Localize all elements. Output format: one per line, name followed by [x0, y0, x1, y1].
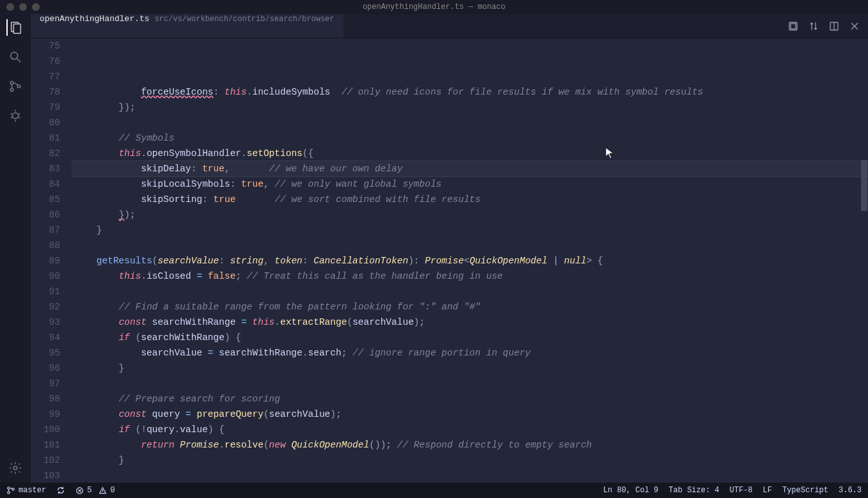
code-line[interactable]: this.openSymbolHandler.setOptions({: [72, 146, 868, 161]
line-number: 85: [31, 192, 60, 207]
encoding[interactable]: UTF-8: [730, 486, 753, 495]
code-line[interactable]: skipLocalSymbols: true, // we only want …: [72, 176, 868, 192]
scroll-thumb[interactable]: [861, 160, 867, 211]
line-number: 80: [31, 115, 60, 130]
line-number: 79: [31, 100, 60, 115]
ts-version[interactable]: 3.6.3: [839, 486, 862, 495]
line-number: 98: [31, 391, 60, 407]
scm-icon[interactable]: [7, 78, 24, 95]
code-editor[interactable]: 7576777879808182838485868788899091929394…: [31, 38, 868, 483]
line-number: 90: [31, 268, 60, 284]
code-line[interactable]: }: [72, 222, 868, 238]
line-number: 83: [31, 161, 60, 176]
code-line[interactable]: skipSorting: true // we sort combined wi…: [72, 192, 868, 207]
line-number: 96: [31, 361, 60, 376]
code-line[interactable]: if (searchWithRange) {: [72, 330, 868, 345]
code-line[interactable]: }: [72, 361, 868, 376]
code-line[interactable]: forceUseIcons: this.includeSymbols // on…: [72, 84, 868, 100]
minimize-light[interactable]: [19, 3, 27, 11]
line-number: 94: [31, 330, 60, 345]
code-line[interactable]: skipDelay: true, // we have our own dela…: [72, 161, 868, 176]
code-line[interactable]: });: [72, 100, 868, 115]
line-number: 93: [31, 315, 60, 330]
line-number: 88: [31, 238, 60, 253]
code-line[interactable]: searchValue = searchWithRange.search; //…: [72, 345, 868, 361]
line-number: 99: [31, 407, 60, 422]
code-line[interactable]: this.isClosed = false; // Treat this cal…: [72, 268, 868, 284]
svg-point-5: [10, 88, 13, 91]
line-number: 84: [31, 176, 60, 192]
code-line[interactable]: const query = prepareQuery(searchValue);: [72, 407, 868, 422]
line-number: 76: [31, 54, 60, 69]
warning-count: 0: [110, 486, 114, 495]
svg-line-12: [11, 117, 13, 118]
line-number: 101: [31, 437, 60, 453]
settings-icon[interactable]: [7, 460, 24, 476]
svg-line-10: [11, 113, 13, 114]
split-right-icon[interactable]: [828, 20, 840, 32]
svg-point-2: [11, 52, 18, 59]
git-branch[interactable]: master: [6, 486, 46, 495]
line-number: 86: [31, 207, 60, 222]
code-line[interactable]: const searchWithRange = this.extractRang…: [72, 315, 868, 330]
line-number: 89: [31, 253, 60, 268]
line-number: 81: [31, 130, 60, 146]
line-number: 91: [31, 284, 60, 299]
svg-point-14: [13, 466, 17, 470]
close-icon[interactable]: [849, 20, 860, 32]
code-line[interactable]: [72, 376, 868, 391]
code-line[interactable]: }: [72, 453, 868, 468]
close-light[interactable]: [6, 3, 14, 11]
tab-path: src/vs/workbench/contrib/search/browser: [155, 15, 335, 24]
editor-area: openAnythingHandler.ts src/vs/workbench/…: [31, 14, 868, 483]
explorer-icon[interactable]: [6, 19, 23, 36]
tabs-bar: openAnythingHandler.ts src/vs/workbench/…: [31, 14, 868, 38]
svg-point-21: [8, 487, 10, 490]
code-line[interactable]: // Prepare search for scoring: [72, 391, 868, 407]
editor-tab[interactable]: openAnythingHandler.ts src/vs/workbench/…: [31, 14, 343, 38]
branch-name: master: [19, 486, 46, 495]
line-number: 102: [31, 453, 60, 468]
code-line[interactable]: // Symbols: [72, 130, 868, 146]
traffic-lights: [0, 3, 40, 11]
line-number: 92: [31, 299, 60, 315]
code-lines[interactable]: forceUseIcons: this.includeSymbols // on…: [72, 38, 868, 483]
svg-point-22: [8, 492, 10, 494]
gutter: 7576777879808182838485868788899091929394…: [31, 38, 72, 483]
line-number: 100: [31, 422, 60, 437]
svg-rect-1: [13, 24, 20, 34]
language[interactable]: TypeScript: [782, 486, 828, 495]
error-count: 5: [87, 486, 91, 495]
split-down-icon[interactable]: [787, 20, 799, 32]
code-line[interactable]: getResults(searchValue: string, token: C…: [72, 253, 868, 268]
line-number: 77: [31, 69, 60, 84]
code-line[interactable]: [72, 284, 868, 299]
svg-rect-16: [791, 24, 796, 29]
svg-point-7: [12, 113, 18, 118]
code-line[interactable]: // Find a suitable range from the patter…: [72, 299, 868, 315]
compare-icon[interactable]: [808, 20, 819, 32]
line-number: 103: [31, 468, 60, 483]
zoom-light[interactable]: [32, 3, 40, 11]
line-number: 97: [31, 376, 60, 391]
code-line[interactable]: [72, 238, 868, 253]
code-line[interactable]: if (!query.value) {: [72, 422, 868, 437]
eol[interactable]: LF: [763, 486, 772, 495]
indent[interactable]: Tab Size: 4: [668, 486, 719, 495]
problems[interactable]: 5 0: [75, 486, 114, 495]
code-line[interactable]: return Promise.resolve(new QuickOpenMode…: [72, 437, 868, 453]
svg-point-6: [17, 85, 20, 88]
code-line[interactable]: [72, 115, 868, 130]
search-icon[interactable]: [7, 49, 24, 65]
svg-line-3: [17, 59, 21, 63]
svg-point-4: [10, 81, 13, 84]
window-title: openAnythingHandler.ts — monaco: [363, 3, 505, 12]
tab-actions: [787, 20, 868, 32]
code-line[interactable]: [72, 468, 868, 483]
line-number: 95: [31, 345, 60, 361]
cursor-position[interactable]: Ln 80, Col 9: [603, 486, 658, 495]
debug-icon[interactable]: [7, 107, 24, 124]
sync-icon[interactable]: [56, 486, 65, 495]
svg-line-11: [19, 113, 20, 114]
code-line[interactable]: });: [72, 207, 868, 222]
